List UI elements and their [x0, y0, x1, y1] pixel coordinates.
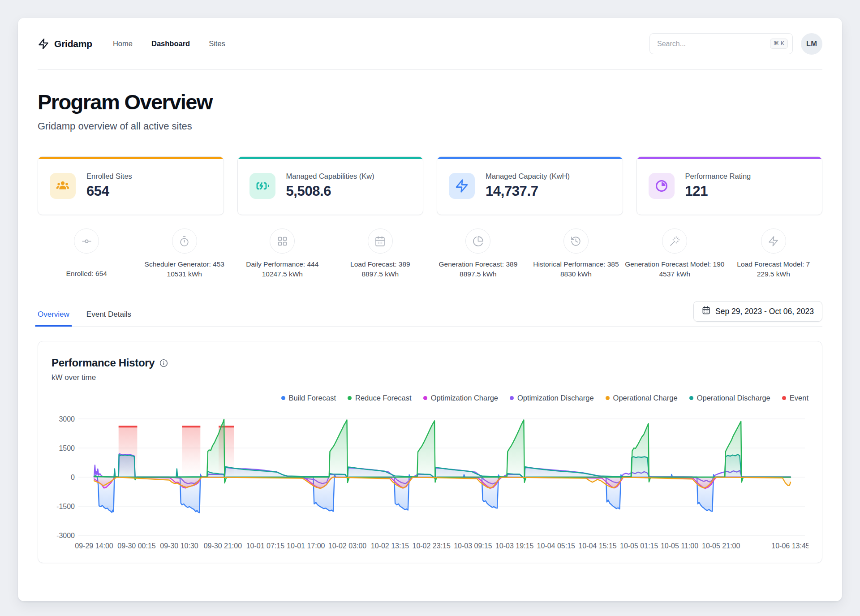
- stat-card-accent: [637, 157, 822, 159]
- legend-dot: [606, 396, 610, 400]
- svg-text:10-02 23:15: 10-02 23:15: [412, 542, 451, 550]
- bolt-mini-icon: [761, 228, 786, 254]
- pie-chart-icon: [465, 228, 490, 254]
- info-icon[interactable]: [159, 358, 168, 368]
- stat-card-managed-capacity-kwh: Managed Capacity (KwH)14,737.7: [437, 156, 623, 215]
- svg-text:09-30 21:00: 09-30 21:00: [204, 542, 242, 550]
- svg-text:10-01 07:15: 10-01 07:15: [246, 542, 285, 550]
- main-nav: HomeDashboardSites: [113, 39, 225, 48]
- search-box[interactable]: ⌘ K: [649, 33, 793, 54]
- mini-stat: Historical Performance: 3858830 kWh: [527, 228, 625, 279]
- legend-dot: [689, 396, 693, 400]
- svg-text:10-03 19:15: 10-03 19:15: [495, 542, 534, 550]
- mini-stat-label: Daily Performance: 44410247.5 kWh: [246, 259, 318, 279]
- stat-label: Performance Rating: [685, 172, 751, 181]
- mini-stat-label: Generation Forecast: 3898897.5 kWh: [439, 259, 517, 279]
- legend-dot: [510, 396, 514, 400]
- mini-stat: Load Forecast Model: 7229.5 kWh: [724, 228, 822, 279]
- legend-item-optimization-charge: Optimization Charge: [423, 394, 498, 402]
- svg-text:10-06 13:45: 10-06 13:45: [771, 542, 808, 550]
- commit-icon: [74, 228, 99, 254]
- svg-text:10-04 15:15: 10-04 15:15: [578, 542, 617, 550]
- wand-icon: [662, 228, 687, 254]
- search-input[interactable]: [657, 40, 770, 48]
- logo-bolt-icon: [38, 38, 49, 50]
- stat-value: 5,508.6: [286, 183, 374, 199]
- brand[interactable]: Gridamp: [38, 38, 92, 50]
- svg-text:09-30 10:30: 09-30 10:30: [160, 542, 198, 550]
- stat-label: Managed Capacity (KwH): [486, 172, 570, 181]
- search-shortcut-kbd: ⌘ K: [770, 39, 788, 49]
- stat-label: Managed Capabilities (Kw): [286, 172, 374, 181]
- legend-item-operational-discharge: Operational Discharge: [689, 394, 770, 402]
- legend-dot: [423, 396, 427, 400]
- stat-cards-row: Enrolled Sites654Managed Capabilities (K…: [38, 156, 822, 215]
- legend-item-build-forecast: Build Forecast: [281, 394, 336, 402]
- chart-title: Performance History: [52, 357, 155, 369]
- svg-text:0: 0: [71, 474, 75, 481]
- chart-subtitle: kW over time: [52, 373, 808, 382]
- performance-history-chart: 300015000-1500-300009-29 14:0009-30 00:1…: [52, 408, 808, 551]
- stat-value: 121: [685, 183, 751, 199]
- chart-legend: Build ForecastReduce ForecastOptimizatio…: [52, 394, 808, 402]
- battery-charging-icon: [249, 173, 275, 199]
- svg-text:10-03 09:15: 10-03 09:15: [454, 542, 492, 550]
- svg-text:10-02 03:00: 10-02 03:00: [328, 542, 367, 550]
- mini-stat-label: Scheduler Generator: 45310531 kWh: [145, 259, 224, 279]
- top-nav-bar: Gridamp HomeDashboardSites ⌘ K LM: [38, 18, 822, 70]
- tabs-row: OverviewEvent Details Sep 29, 2023 - Oct…: [38, 301, 822, 327]
- svg-text:10-05 01:15: 10-05 01:15: [620, 542, 658, 550]
- stat-card-accent: [238, 157, 423, 159]
- mini-stat: Load Forecast: 3898897.5 kWh: [331, 228, 430, 279]
- nav-item-dashboard[interactable]: Dashboard: [151, 39, 190, 48]
- tab-event-details[interactable]: Event Details: [86, 310, 131, 326]
- performance-history-card: Performance History kW over time Build F…: [38, 341, 822, 563]
- mini-stat: Enrolled: 654: [38, 228, 136, 279]
- stat-value: 14,737.7: [486, 183, 570, 199]
- svg-text:10-05 11:00: 10-05 11:00: [661, 542, 698, 550]
- stat-card-accent: [437, 157, 623, 159]
- brand-name: Gridamp: [54, 39, 92, 49]
- stat-label: Enrolled Sites: [86, 172, 132, 181]
- legend-dot: [281, 396, 285, 400]
- users-icon: [50, 173, 76, 199]
- stopwatch-icon: [172, 228, 197, 254]
- mini-stat: Generation Forecast Model: 1904537 kWh: [625, 228, 724, 279]
- avatar[interactable]: LM: [801, 33, 822, 55]
- nav-item-home[interactable]: Home: [113, 39, 133, 48]
- mini-stat-label: Generation Forecast Model: 1904537 kWh: [625, 259, 724, 279]
- stat-value: 654: [86, 183, 132, 199]
- pie-icon: [649, 173, 675, 199]
- mini-stat-label: Load Forecast Model: 7229.5 kWh: [737, 259, 810, 279]
- legend-item-operational-charge: Operational Charge: [606, 394, 678, 402]
- tab-overview[interactable]: Overview: [38, 310, 69, 326]
- legend-dot: [348, 396, 352, 400]
- legend-item-reduce-forecast: Reduce Forecast: [348, 394, 412, 402]
- calendar-icon: [702, 306, 710, 317]
- svg-text:09-29 14:00: 09-29 14:00: [75, 542, 113, 550]
- stat-card-accent: [38, 157, 224, 159]
- page-subtitle: Gridamp overview of all active sites: [38, 121, 822, 132]
- svg-text:10-05 21:00: 10-05 21:00: [702, 542, 740, 550]
- svg-text:3000: 3000: [59, 415, 75, 423]
- tabs: OverviewEvent Details: [38, 310, 131, 326]
- svg-text:1500: 1500: [59, 444, 75, 452]
- mini-stat: Generation Forecast: 3898897.5 kWh: [429, 228, 527, 279]
- legend-dot: [782, 396, 786, 400]
- mini-stat: Scheduler Generator: 45310531 kWh: [136, 228, 234, 279]
- svg-text:10-01 17:00: 10-01 17:00: [287, 542, 325, 550]
- grid-icon: [270, 228, 295, 254]
- mini-stat-label: Enrolled: 654: [66, 259, 107, 279]
- page-title: Program Overview: [38, 90, 822, 114]
- svg-text:-3000: -3000: [56, 532, 75, 539]
- stat-card-managed-capabilities-kw: Managed Capabilities (Kw)5,508.6: [237, 156, 424, 215]
- date-range-button[interactable]: Sep 29, 2023 - Oct 06, 2023: [693, 301, 822, 322]
- date-range-label: Sep 29, 2023 - Oct 06, 2023: [715, 307, 814, 316]
- nav-item-sites[interactable]: Sites: [209, 39, 225, 48]
- stat-card-performance-rating: Performance Rating121: [636, 156, 823, 215]
- app-container: Gridamp HomeDashboardSites ⌘ K LM Progra…: [18, 18, 842, 601]
- svg-text:-1500: -1500: [56, 503, 75, 510]
- chart-area: 300015000-1500-300009-29 14:0009-30 00:1…: [52, 408, 808, 551]
- svg-text:09-30 00:15: 09-30 00:15: [117, 542, 156, 550]
- history-icon: [563, 228, 589, 254]
